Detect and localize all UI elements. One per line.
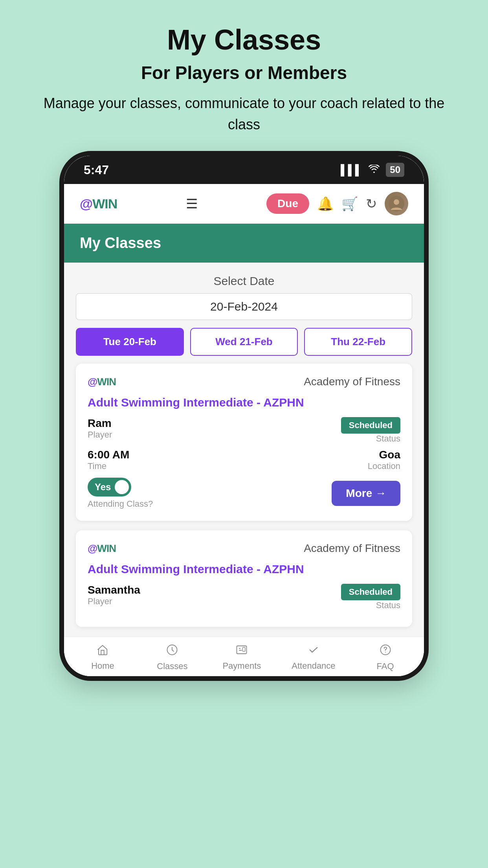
- card-bottom-row-1: Yes Attending Class? More →: [88, 478, 400, 509]
- card-logo-2: @WIN: [88, 542, 116, 555]
- day-tab-thu[interactable]: Thu 22-Feb: [304, 328, 412, 356]
- attendance-icon: [308, 644, 319, 658]
- attending-label-1: Attending Class?: [88, 499, 153, 509]
- avatar[interactable]: [385, 192, 408, 215]
- card-academy-1: Academy of Fitness: [304, 375, 400, 388]
- promo-title: My Classes: [31, 24, 457, 56]
- due-badge[interactable]: Due: [266, 193, 309, 214]
- location-value-1: Goa: [379, 449, 400, 461]
- nav-attendance-label: Attendance: [292, 661, 335, 671]
- toggle-knob-1: [115, 480, 129, 494]
- main-scroll: Select Date 20-Feb-2024 Tue 20-Feb Wed 2…: [64, 263, 424, 627]
- player-label-1: Player: [88, 430, 112, 440]
- class-card-1: @WIN Academy of Fitness Adult Swimming I…: [76, 364, 412, 521]
- attending-toggle-1[interactable]: Yes: [88, 478, 131, 497]
- nav-classes-label: Classes: [157, 661, 187, 671]
- nav-home[interactable]: Home: [83, 644, 122, 671]
- page-title: My Classes: [80, 235, 408, 252]
- home-icon: [97, 644, 108, 658]
- card-player-row-1: Ram Player Scheduled Status: [88, 417, 400, 444]
- svg-point-1: [394, 199, 399, 205]
- promo-subtitle: For Players or Members: [31, 62, 457, 83]
- svg-point-6: [385, 652, 386, 653]
- promo-description: Manage your classes, communicate to your…: [31, 93, 457, 135]
- signal-icon: ▌▌▌: [341, 164, 362, 176]
- class-time-1: 6:00 AM: [88, 449, 129, 461]
- card-logo-1: @WIN: [88, 376, 116, 388]
- date-label: Select Date: [76, 274, 412, 288]
- attending-section-1: Yes Attending Class?: [88, 478, 153, 509]
- card-time-row-1: 6:00 AM Time Goa Location: [88, 449, 400, 471]
- date-input[interactable]: 20-Feb-2024: [76, 293, 412, 320]
- nav-faq-label: FAQ: [377, 661, 394, 671]
- nav-home-label: Home: [91, 661, 114, 671]
- navbar: @WIN ☰ Due 🔔 🛒 ↻: [64, 184, 424, 224]
- player-label-2: Player: [88, 596, 140, 607]
- status-badge-2: Scheduled: [341, 584, 400, 600]
- class-card-2: @WIN Academy of Fitness Adult Swimming I…: [76, 530, 412, 627]
- date-section: Select Date 20-Feb-2024: [76, 274, 412, 320]
- page-promo-header: My Classes For Players or Members Manage…: [0, 0, 488, 151]
- day-tabs: Tue 20-Feb Wed 21-Feb Thu 22-Feb: [76, 328, 412, 356]
- battery-icon: 50: [386, 163, 404, 177]
- nav-payments[interactable]: Payments: [222, 644, 261, 671]
- phone-frame: 5:47 ▌▌▌ 50 @WIN ☰ Due: [59, 151, 429, 681]
- cart-icon[interactable]: 🛒: [341, 196, 358, 211]
- status-label-2: Status: [376, 600, 400, 611]
- classes-icon: [166, 644, 178, 659]
- app-logo: @WIN: [80, 196, 117, 211]
- day-tab-tue[interactable]: Tue 20-Feb: [76, 328, 184, 356]
- card-academy-2: Academy of Fitness: [304, 542, 400, 555]
- payments-icon: [236, 644, 248, 658]
- status-bar: 5:47 ▌▌▌ 50: [64, 156, 424, 184]
- card-class-name-1: Adult Swimming Intermediate - AZPHN: [88, 396, 400, 409]
- status-time: 5:47: [84, 163, 109, 177]
- nav-payments-label: Payments: [222, 661, 261, 671]
- day-tab-wed[interactable]: Wed 21-Feb: [190, 328, 298, 356]
- wifi-icon: [369, 164, 380, 176]
- more-button-1[interactable]: More →: [332, 481, 400, 506]
- location-label-1: Location: [368, 461, 400, 471]
- card-header-2: @WIN Academy of Fitness: [88, 542, 400, 555]
- faq-icon: [380, 644, 391, 659]
- svg-rect-4: [243, 647, 245, 651]
- nav-classes[interactable]: Classes: [152, 644, 192, 671]
- status-label-1: Status: [376, 434, 400, 444]
- bottom-nav: Home Classes: [64, 636, 424, 676]
- navbar-right: Due 🔔 🛒 ↻: [266, 192, 408, 215]
- menu-icon[interactable]: ☰: [186, 196, 198, 211]
- nav-faq[interactable]: FAQ: [366, 644, 405, 671]
- status-icons: ▌▌▌ 50: [341, 163, 404, 177]
- app-content: @WIN ☰ Due 🔔 🛒 ↻ My Classes: [64, 184, 424, 676]
- player-name-1: Ram: [88, 417, 112, 430]
- time-label-1: Time: [88, 461, 129, 471]
- page-title-bar: My Classes: [64, 224, 424, 263]
- card-header-1: @WIN Academy of Fitness: [88, 375, 400, 388]
- nav-attendance[interactable]: Attendance: [292, 644, 335, 671]
- card-player-row-2: Samantha Player Scheduled Status: [88, 584, 400, 611]
- status-badge-1: Scheduled: [341, 417, 400, 434]
- refresh-icon[interactable]: ↻: [366, 196, 377, 211]
- card-class-name-2: Adult Swimming Intermediate - AZPHN: [88, 563, 400, 576]
- notification-icon[interactable]: 🔔: [317, 196, 334, 211]
- player-name-2: Samantha: [88, 584, 140, 596]
